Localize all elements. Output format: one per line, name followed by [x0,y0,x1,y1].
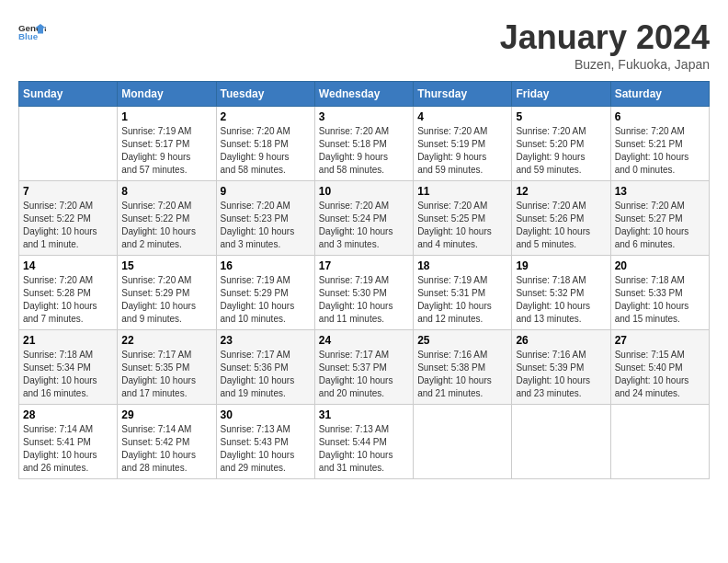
day-number: 18 [417,259,507,272]
calendar-cell: 30Sunrise: 7:13 AM Sunset: 5:43 PM Dayli… [216,405,314,479]
calendar-cell: 19Sunrise: 7:18 AM Sunset: 5:32 PM Dayli… [512,256,610,330]
day-number: 3 [319,110,409,123]
day-info: Sunrise: 7:17 AM Sunset: 5:35 PM Dayligh… [121,349,211,400]
day-info: Sunrise: 7:14 AM Sunset: 5:42 PM Dayligh… [121,423,211,475]
day-info: Sunrise: 7:19 AM Sunset: 5:30 PM Dayligh… [319,274,409,326]
day-info: Sunrise: 7:20 AM Sunset: 5:18 PM Dayligh… [221,125,311,177]
day-number: 25 [417,334,507,347]
day-info: Sunrise: 7:15 AM Sunset: 5:40 PM Dayligh… [615,349,705,400]
day-info: Sunrise: 7:19 AM Sunset: 5:17 PM Dayligh… [121,125,211,177]
day-number: 15 [121,259,211,272]
day-info: Sunrise: 7:20 AM Sunset: 5:27 PM Dayligh… [615,200,705,251]
calendar-week-row: 21Sunrise: 7:18 AM Sunset: 5:34 PM Dayli… [19,330,710,405]
calendar-week-row: 28Sunrise: 7:14 AM Sunset: 5:41 PM Dayli… [19,405,710,479]
calendar-cell: 13Sunrise: 7:20 AM Sunset: 5:27 PM Dayli… [610,181,709,256]
calendar-cell: 11Sunrise: 7:20 AM Sunset: 5:25 PM Dayli… [414,181,512,256]
day-number: 2 [221,110,311,123]
calendar-cell: 18Sunrise: 7:19 AM Sunset: 5:31 PM Dayli… [414,256,512,330]
weekday-wednesday: Wednesday [314,82,413,107]
calendar-cell: 10Sunrise: 7:20 AM Sunset: 5:24 PM Dayli… [314,181,413,256]
logo: General Blue [18,18,46,46]
day-info: Sunrise: 7:20 AM Sunset: 5:23 PM Dayligh… [221,200,311,251]
logo-icon: General Blue [18,18,46,46]
calendar-cell [19,107,118,181]
calendar-cell: 17Sunrise: 7:19 AM Sunset: 5:30 PM Dayli… [314,256,413,330]
day-number: 26 [516,334,606,347]
calendar-cell: 29Sunrise: 7:14 AM Sunset: 5:42 PM Dayli… [118,405,216,479]
weekday-saturday: Saturday [610,82,709,107]
day-number: 10 [319,185,409,198]
day-info: Sunrise: 7:20 AM Sunset: 5:21 PM Dayligh… [615,125,705,177]
calendar-week-row: 7Sunrise: 7:20 AM Sunset: 5:22 PM Daylig… [19,181,710,256]
svg-text:Blue: Blue [18,31,39,41]
calendar-cell: 25Sunrise: 7:16 AM Sunset: 5:38 PM Dayli… [414,330,512,405]
calendar-cell: 5Sunrise: 7:20 AM Sunset: 5:20 PM Daylig… [512,107,610,181]
day-number: 22 [121,334,211,347]
weekday-thursday: Thursday [414,82,512,107]
day-number: 6 [615,110,705,123]
day-info: Sunrise: 7:18 AM Sunset: 5:33 PM Dayligh… [615,274,705,326]
calendar-cell: 22Sunrise: 7:17 AM Sunset: 5:35 PM Dayli… [118,330,216,405]
calendar-week-row: 1Sunrise: 7:19 AM Sunset: 5:17 PM Daylig… [19,107,710,181]
day-info: Sunrise: 7:18 AM Sunset: 5:34 PM Dayligh… [23,349,113,400]
title-section: January 2024 Buzen, Fukuoka, Japan [500,18,710,72]
day-number: 19 [516,259,606,272]
day-info: Sunrise: 7:16 AM Sunset: 5:38 PM Dayligh… [417,349,507,400]
day-info: Sunrise: 7:20 AM Sunset: 5:20 PM Dayligh… [516,125,606,177]
day-number: 16 [221,259,311,272]
weekday-friday: Friday [512,82,610,107]
calendar-cell: 9Sunrise: 7:20 AM Sunset: 5:23 PM Daylig… [216,181,314,256]
calendar-cell: 3Sunrise: 7:20 AM Sunset: 5:18 PM Daylig… [314,107,413,181]
day-number: 14 [23,259,113,272]
day-info: Sunrise: 7:13 AM Sunset: 5:44 PM Dayligh… [319,423,409,475]
day-number: 9 [221,185,311,198]
day-number: 1 [121,110,211,123]
calendar-cell [512,405,610,479]
day-info: Sunrise: 7:20 AM Sunset: 5:19 PM Dayligh… [417,125,507,177]
day-info: Sunrise: 7:20 AM Sunset: 5:29 PM Dayligh… [121,274,211,326]
day-info: Sunrise: 7:20 AM Sunset: 5:28 PM Dayligh… [23,274,113,326]
calendar-cell: 1Sunrise: 7:19 AM Sunset: 5:17 PM Daylig… [118,107,216,181]
day-number: 12 [516,185,606,198]
day-number: 31 [319,408,409,421]
calendar-cell: 7Sunrise: 7:20 AM Sunset: 5:22 PM Daylig… [19,181,118,256]
day-info: Sunrise: 7:13 AM Sunset: 5:43 PM Dayligh… [221,423,311,475]
calendar-week-row: 14Sunrise: 7:20 AM Sunset: 5:28 PM Dayli… [19,256,710,330]
day-info: Sunrise: 7:20 AM Sunset: 5:22 PM Dayligh… [121,200,211,251]
calendar-header: Sunday Monday Tuesday Wednesday Thursday… [19,82,710,107]
weekday-monday: Monday [118,82,216,107]
day-number: 13 [615,185,705,198]
calendar-cell: 20Sunrise: 7:18 AM Sunset: 5:33 PM Dayli… [610,256,709,330]
calendar-cell: 27Sunrise: 7:15 AM Sunset: 5:40 PM Dayli… [610,330,709,405]
month-title: January 2024 [500,18,710,57]
day-number: 28 [23,408,113,421]
calendar-cell: 14Sunrise: 7:20 AM Sunset: 5:28 PM Dayli… [19,256,118,330]
calendar-body: 1Sunrise: 7:19 AM Sunset: 5:17 PM Daylig… [19,107,710,479]
calendar-cell: 6Sunrise: 7:20 AM Sunset: 5:21 PM Daylig… [610,107,709,181]
calendar-cell: 12Sunrise: 7:20 AM Sunset: 5:26 PM Dayli… [512,181,610,256]
calendar-cell: 8Sunrise: 7:20 AM Sunset: 5:22 PM Daylig… [118,181,216,256]
day-info: Sunrise: 7:20 AM Sunset: 5:22 PM Dayligh… [23,200,113,251]
day-number: 23 [221,334,311,347]
calendar-cell: 21Sunrise: 7:18 AM Sunset: 5:34 PM Dayli… [19,330,118,405]
day-number: 7 [23,185,113,198]
calendar-table: Sunday Monday Tuesday Wednesday Thursday… [18,81,710,479]
calendar-cell: 31Sunrise: 7:13 AM Sunset: 5:44 PM Dayli… [314,405,413,479]
day-number: 5 [516,110,606,123]
location-subtitle: Buzen, Fukuoka, Japan [500,57,710,72]
day-number: 29 [121,408,211,421]
day-info: Sunrise: 7:20 AM Sunset: 5:25 PM Dayligh… [417,200,507,251]
day-info: Sunrise: 7:18 AM Sunset: 5:32 PM Dayligh… [516,274,606,326]
calendar-cell: 28Sunrise: 7:14 AM Sunset: 5:41 PM Dayli… [19,405,118,479]
weekday-tuesday: Tuesday [216,82,314,107]
calendar-cell: 24Sunrise: 7:17 AM Sunset: 5:37 PM Dayli… [314,330,413,405]
calendar-cell: 2Sunrise: 7:20 AM Sunset: 5:18 PM Daylig… [216,107,314,181]
day-info: Sunrise: 7:20 AM Sunset: 5:24 PM Dayligh… [319,200,409,251]
calendar-cell [610,405,709,479]
weekday-sunday: Sunday [19,82,118,107]
day-info: Sunrise: 7:16 AM Sunset: 5:39 PM Dayligh… [516,349,606,400]
day-number: 24 [319,334,409,347]
day-number: 30 [221,408,311,421]
calendar-cell: 16Sunrise: 7:19 AM Sunset: 5:29 PM Dayli… [216,256,314,330]
day-number: 8 [121,185,211,198]
